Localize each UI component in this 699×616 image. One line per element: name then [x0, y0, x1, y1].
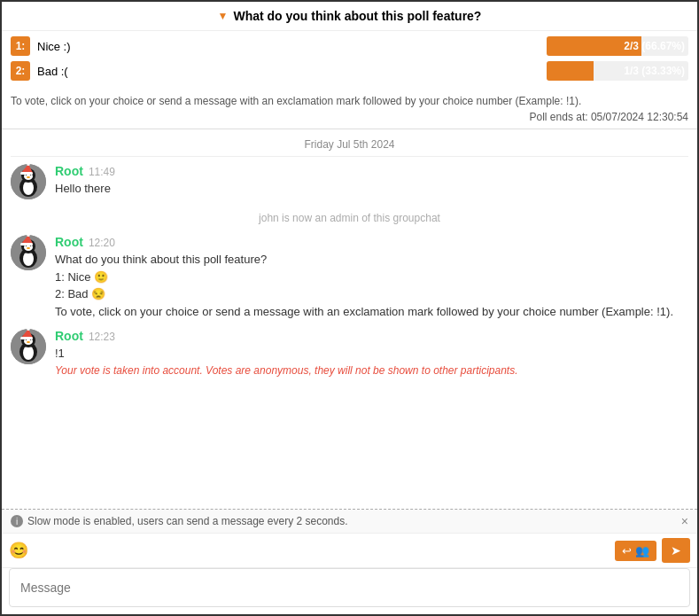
slow-mode-left: i Slow mode is enabled, users can send a…: [11, 515, 348, 527]
send-icon: ➤: [671, 543, 681, 558]
message-author-poll: Root: [55, 235, 83, 249]
svg-point-15: [23, 252, 34, 266]
slow-mode-close-button[interactable]: ×: [681, 514, 688, 528]
info-icon: i: [11, 515, 23, 527]
avatar-root-3: [11, 329, 46, 364]
svg-point-22: [27, 247, 30, 249]
message-content-1: Root 11:49 Hello there: [55, 164, 688, 198]
message-text-vote: !1 Your vote is taken into account. Vote…: [55, 345, 688, 378]
svg-rect-24: [20, 243, 33, 246]
poll-option-1[interactable]: 1: Nice :) 2/3 (66.67%): [11, 36, 688, 56]
poll-title: What do you think about this poll featur…: [233, 9, 481, 23]
avatar-root-1: [11, 164, 46, 199]
poll-msg-line2: 1: Nice 🙂: [55, 269, 688, 286]
poll-ends: Poll ends at: 05/07/2024 12:30:54: [2, 109, 697, 129]
slow-mode-text: Slow mode is enabled, users can send a m…: [27, 515, 348, 527]
message-time-1: 11:49: [89, 166, 115, 178]
emoji-button[interactable]: 😊: [9, 541, 28, 560]
reply-icon: ↩: [622, 544, 632, 558]
poll-option-2-bar: [547, 61, 594, 81]
avatar-root-2: [11, 235, 46, 270]
poll-option-1-label: Nice :): [37, 40, 540, 53]
svg-point-28: [23, 346, 34, 360]
poll-option-2-bar-label: 1/3 (33.33%): [624, 65, 685, 77]
message-input[interactable]: [9, 568, 690, 607]
poll-option-2[interactable]: 2: Bad :( 1/3 (33.33%): [11, 61, 688, 81]
svg-point-35: [27, 341, 30, 343]
poll-option-2-label: Bad :(: [37, 65, 540, 78]
message-author-1: Root: [55, 164, 83, 178]
poll-msg-line4: To vote, click on your choice or send a …: [55, 303, 688, 321]
message-time-poll: 12:20: [89, 237, 115, 249]
poll-option-1-number: 1:: [11, 36, 30, 56]
vote-notice: Your vote is taken into account. Votes a…: [55, 363, 688, 378]
message-row-1: Root 11:49 Hello there: [11, 164, 688, 199]
vote-text: !1: [55, 345, 688, 363]
reply-mention-button[interactable]: ↩ 👥: [615, 541, 656, 561]
chat-area: Friday Jul 5th 2024: [2, 129, 697, 509]
svg-point-2: [23, 181, 34, 195]
group-icon: 👥: [635, 544, 649, 558]
slow-mode-banner: i Slow mode is enabled, users can send a…: [2, 510, 697, 534]
poll-msg-line3: 2: Bad 😒: [55, 285, 688, 303]
message-text-1: Hello there: [55, 180, 688, 198]
poll-options: 1: Nice :) 2/3 (66.67%) 2: Bad :( 1/3 (3…: [2, 31, 697, 91]
poll-option-1-bar-container: 2/3 (66.67%): [547, 36, 688, 56]
svg-rect-11: [20, 172, 33, 175]
poll-option-2-bar-container: 1/3 (33.33%): [547, 61, 688, 81]
poll-option-1-bar-label: 2/3 (66.67%): [624, 40, 685, 52]
message-row-vote: Root 12:23 !1 Your vote is taken into ac…: [11, 329, 688, 378]
message-meta-poll: Root 12:20: [55, 235, 688, 249]
toolbar-right: ↩ 👥 ➤: [615, 538, 690, 563]
poll-option-2-number: 2:: [11, 61, 30, 81]
svg-point-9: [27, 176, 30, 178]
message-content-poll: Root 12:20 What do you think about this …: [55, 235, 688, 320]
message-content-vote: Root 12:23 !1 Your vote is taken into ac…: [55, 329, 688, 378]
message-author-vote: Root: [55, 329, 83, 343]
chevron-down-icon: ▼: [218, 10, 229, 22]
bottom-area: i Slow mode is enabled, users can send a…: [2, 509, 697, 614]
message-time-vote: 12:23: [89, 331, 115, 343]
message-text-poll: What do you think about this poll featur…: [55, 251, 688, 320]
poll-msg-line1: What do you think about this poll featur…: [55, 251, 688, 269]
message-meta-1: Root 11:49: [55, 164, 688, 178]
svg-rect-37: [20, 337, 33, 339]
poll-instructions: To vote, click on your choice or send a …: [2, 91, 697, 109]
input-toolbar: 😊 ↩ 👥 ➤: [2, 534, 697, 568]
message-row-poll: Root 12:20 What do you think about this …: [11, 235, 688, 320]
message-meta-vote: Root 12:23: [55, 329, 688, 343]
poll-section: ▼ What do you think about this poll feat…: [2, 2, 697, 129]
poll-header: ▼ What do you think about this poll feat…: [2, 2, 697, 31]
system-message: john is now an admin of this groupchat: [11, 208, 688, 228]
date-divider: Friday Jul 5th 2024: [11, 129, 688, 157]
send-button[interactable]: ➤: [662, 538, 690, 563]
